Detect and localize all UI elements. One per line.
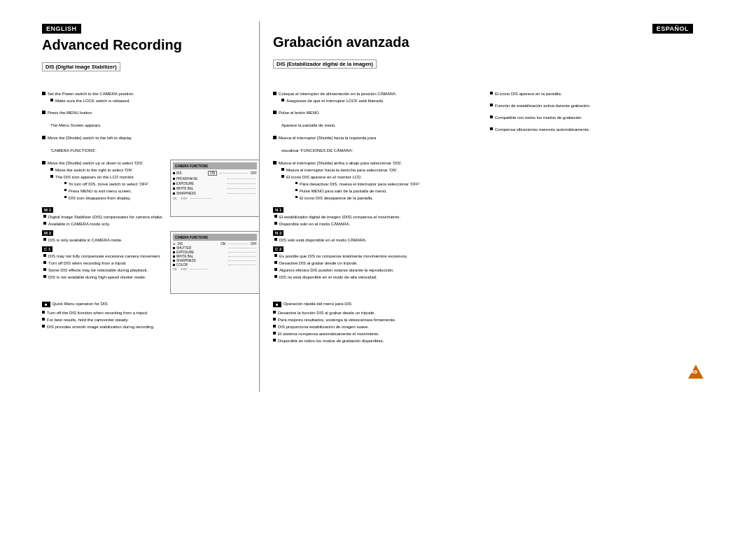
es-lower-bullet5	[273, 339, 276, 342]
cam-b-row-4: WHITE BAL	[173, 255, 257, 258]
cam-b-row-5: SHARPNESS	[173, 259, 257, 262]
cam-row-1: DIS ON OFF	[173, 171, 257, 176]
english-lower-content: ■ Quick Menu operation for DIS Turn off …	[42, 301, 252, 331]
es-right-step-2: Función de estabilización activa durante…	[490, 103, 665, 109]
es-lower-bullet2	[273, 318, 276, 321]
en-sub-bullet-4b	[50, 175, 53, 178]
cam-b-row-7: OK EXIT	[173, 267, 257, 271]
en-c1-bullet3	[43, 268, 46, 271]
page-number-text: 49	[691, 369, 697, 375]
en-sub-sub-bullet-4b2	[64, 189, 66, 191]
en-bullet-3	[42, 136, 46, 139]
en-lower-badge: ■	[42, 302, 50, 307]
es-lower-bullet3	[273, 325, 276, 328]
es-n2-bullet1	[274, 238, 277, 241]
es-note-n2: N 2 DIS solo está disponible en el modo …	[273, 230, 483, 244]
es-lower-bullet4	[273, 332, 276, 335]
en-bullet-4	[42, 161, 46, 164]
en-step-1: Set the Power switch to the CAMERA posit…	[42, 91, 252, 104]
en-sub-bullet-4a	[50, 168, 53, 171]
es-step-2: Pulse el botón MENÚ. Aparece la pantalla…	[273, 110, 483, 129]
en-m2-bullet1	[43, 238, 46, 241]
cam-row-5: SHARPNESS	[173, 192, 257, 195]
en-step-2: Press the MENU button. The Menu Screen a…	[42, 110, 252, 129]
cam-b-row-6: COLOR	[173, 263, 257, 267]
en-sub-sub-bullet-4b3	[64, 196, 66, 198]
en-c1-bullet1	[43, 254, 46, 257]
es-sub-sub-bullet-4b2	[295, 189, 298, 191]
camera-diagram-top: CAMERA FUNCTIONS DIS ON OFF PROGRAM AE E…	[170, 160, 260, 217]
cam-b-row-1: ► DIS ON OFF	[173, 242, 257, 246]
es-right-bullet4	[490, 127, 493, 130]
camera-diagram-bottom: CAMERA FUNCTIONS ► DIS ON OFF SHUTTER EX…	[170, 231, 260, 294]
en-sub-bullet-1a	[50, 99, 53, 101]
es-right-step-4: Compensa vibraciones menores automáticam…	[490, 127, 665, 133]
cam-b-row-2: SHUTTER	[173, 246, 257, 250]
cam-row-3: EXPOSURE	[173, 182, 257, 185]
en-bullet-2	[42, 111, 46, 114]
cam-row-4: WHITE BAL	[173, 187, 257, 190]
es-step-3: Mueva el interruptor [Shuttle] hacia la …	[273, 135, 483, 155]
en-lower-bullet3	[42, 325, 45, 328]
es-lower-badge: ■	[273, 302, 281, 307]
es-c2-bullet1	[274, 254, 277, 257]
es-right-bullet1	[490, 92, 493, 94]
es-n1-bullet2	[274, 222, 277, 225]
cam-b-row-3: EXPOSURE	[173, 251, 257, 254]
es-right-step-3: Compatible con todos los modos de grabac…	[490, 115, 665, 121]
es-bullet-2	[273, 111, 276, 114]
spanish-header: ESPAÑOL Grabación avanzada DIS (Estabili…	[273, 21, 735, 73]
es-bullet-4	[273, 161, 276, 164]
es-sub-sub-bullet-4b1	[295, 182, 298, 184]
es-right-bullet3	[490, 115, 493, 118]
es-lower-bullet1	[273, 311, 276, 314]
es-n1-bullet1	[274, 215, 277, 218]
en-m1-badge: M 1	[42, 207, 53, 213]
en-c1-badge: C 1	[42, 246, 52, 252]
en-lower-bullet2	[42, 318, 45, 321]
es-step-1: Coloque el interruptor de alimentación e…	[273, 91, 483, 104]
es-bullet-3	[273, 136, 276, 139]
es-step-4: Mueva el interruptor [Shuttle] arriba o …	[273, 160, 483, 202]
en-bullet-1	[42, 92, 46, 95]
es-sub-bullet-1a	[281, 99, 284, 101]
page-container: ENGLISH Advanced Recording DIS (Digital …	[0, 0, 756, 534]
es-c2-bullet4	[274, 275, 277, 278]
en-c1-bullet4	[43, 275, 46, 278]
es-right-bullet2	[490, 104, 493, 106]
es-sub-bullet-4a	[281, 168, 284, 171]
cam-bottom-header: CAMERA FUNCTIONS	[173, 234, 257, 241]
en-c1-bullet2	[43, 261, 46, 264]
english-badge: ENGLISH	[42, 24, 81, 34]
es-c2-bullet2	[274, 261, 277, 264]
cam-top-header: CAMERA FUNCTIONS	[173, 162, 257, 169]
es-note-n1: N 1 El estabilizador digital de imagen (…	[273, 207, 483, 227]
english-header: ENGLISH Advanced Recording DIS (Digital …	[42, 21, 252, 76]
spanish-right-content: El icono DIS aparece en la pantalla. Fun…	[490, 91, 665, 139]
en-sub-sub-bullet-4b1	[64, 182, 66, 184]
english-sub-heading: DIS (Digital Image Stabilizer)	[42, 62, 120, 71]
es-right-step-1: El icono DIS aparece en la pantalla.	[490, 91, 665, 97]
english-title: Advanced Recording	[42, 36, 252, 53]
en-m1-bullet2	[43, 222, 46, 225]
spanish-sub-heading: DIS (Estabilizador digital de la imagen)	[273, 59, 377, 69]
spanish-lower-content: ■ Operación rápida del menú para DIS Des…	[273, 301, 518, 345]
es-caution-c2: C 2 Es posible que DIS no compense total…	[273, 246, 483, 281]
es-n1-badge: N 1	[273, 207, 284, 213]
spanish-badge: ESPAÑOL	[652, 24, 693, 34]
en-m2-badge: M 2	[42, 230, 53, 236]
es-c2-badge: C 2	[273, 246, 284, 252]
en-step-3: Move the [Shuttle] switch to the left to…	[42, 135, 252, 155]
en-lower-bullet1	[42, 311, 45, 314]
es-sub-bullet-4b	[281, 175, 284, 178]
cam-row-2: PROGRAM AE	[173, 177, 257, 181]
page-number-container: 49	[688, 365, 704, 380]
es-n2-badge: N 2	[273, 230, 284, 236]
es-sub-sub-bullet-4b3	[295, 196, 298, 198]
cam-row-6: OK EXIT	[173, 197, 257, 200]
spanish-content: Coloque el interruptor de alimentación e…	[273, 91, 483, 281]
es-c2-bullet3	[274, 268, 277, 271]
es-bullet-1	[273, 92, 276, 95]
en-m1-bullet1	[43, 215, 46, 218]
